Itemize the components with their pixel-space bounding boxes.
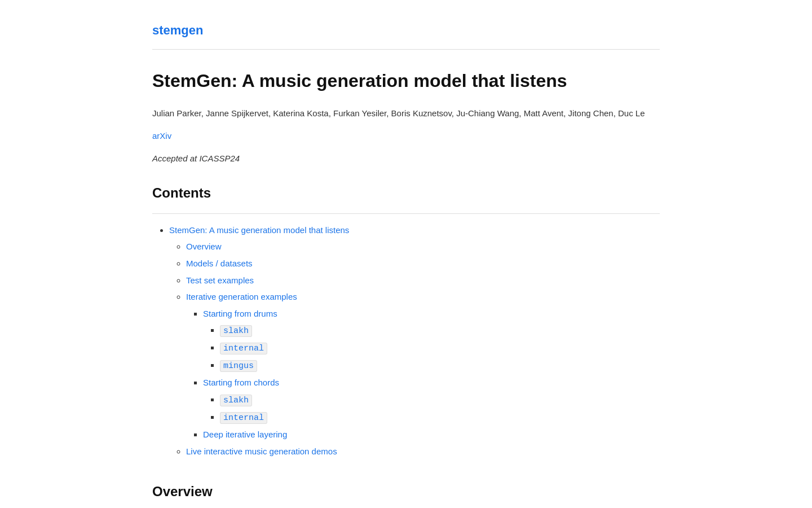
toc-link-internal2[interactable]: internal xyxy=(220,412,267,424)
overview-heading: Overview xyxy=(152,481,660,502)
toc-item-chords: Starting from chords slakh internal xyxy=(203,375,660,425)
toc-link-internal1[interactable]: internal xyxy=(220,343,267,354)
toc-link-overview[interactable]: Overview xyxy=(186,242,222,251)
toc-item-overview: Overview xyxy=(186,239,660,254)
toc-item-mingus: mingus xyxy=(220,358,660,373)
contents-heading: Contents xyxy=(152,182,660,204)
header-divider xyxy=(152,49,660,50)
toc-list: StemGen: A music generation model that l… xyxy=(152,223,660,458)
toc-link-live-demos[interactable]: Live interactive music generation demos xyxy=(186,446,337,456)
toc-item-slakh1: slakh xyxy=(220,323,660,338)
toc-link-main[interactable]: StemGen: A music generation model that l… xyxy=(169,225,349,235)
toc-link-test-set[interactable]: Test set examples xyxy=(186,275,254,285)
toc-drums-sub-list: slakh internal mingus xyxy=(203,323,660,373)
toc-link-slakh1[interactable]: slakh xyxy=(220,325,252,337)
toc-item-main: StemGen: A music generation model that l… xyxy=(169,223,660,458)
toc-link-mingus[interactable]: mingus xyxy=(220,360,257,372)
toc-link-models[interactable]: Models / datasets xyxy=(186,259,253,268)
toc-link-drums[interactable]: Starting from drums xyxy=(203,309,277,318)
page-container: stemgen StemGen: A music generation mode… xyxy=(130,0,682,508)
toc-link-deep[interactable]: Deep iterative layering xyxy=(203,430,287,439)
contents-divider xyxy=(152,213,660,214)
toc-item-slakh2: slakh xyxy=(220,392,660,408)
toc-item-internal1: internal xyxy=(220,340,660,356)
authors: Julian Parker, Janne Spijkervet, Katerin… xyxy=(152,107,660,120)
arxiv-link[interactable]: arXiv xyxy=(152,129,660,143)
toc-item-live-demos: Live interactive music generation demos xyxy=(186,444,660,459)
contents-section: Contents StemGen: A music generation mod… xyxy=(152,182,660,458)
toc-item-internal2: internal xyxy=(220,410,660,425)
toc-sub-list: Overview Models / datasets Test set exam… xyxy=(169,239,660,458)
toc-link-chords[interactable]: Starting from chords xyxy=(203,378,279,387)
toc-item-drums: Starting from drums slakh internal xyxy=(203,306,660,374)
toc-item-test-set: Test set examples xyxy=(186,273,660,288)
toc-link-iterative[interactable]: Iterative generation examples xyxy=(186,292,297,301)
toc-item-deep: Deep iterative layering xyxy=(203,427,660,442)
toc-link-slakh2[interactable]: slakh xyxy=(220,395,252,406)
overview-section: Overview StemGen is an end-to-end music … xyxy=(152,481,660,508)
accepted-text: Accepted at ICASSP24 xyxy=(152,152,660,165)
toc-chords-sub-list: slakh internal xyxy=(203,392,660,425)
toc-item-iterative: Iterative generation examples Starting f… xyxy=(186,290,660,441)
site-title[interactable]: stemgen xyxy=(152,11,660,49)
page-title: StemGen: A music generation model that l… xyxy=(152,67,660,95)
toc-item-models: Models / datasets xyxy=(186,256,660,271)
toc-sub-sub-list-iterative: Starting from drums slakh internal xyxy=(186,306,660,442)
